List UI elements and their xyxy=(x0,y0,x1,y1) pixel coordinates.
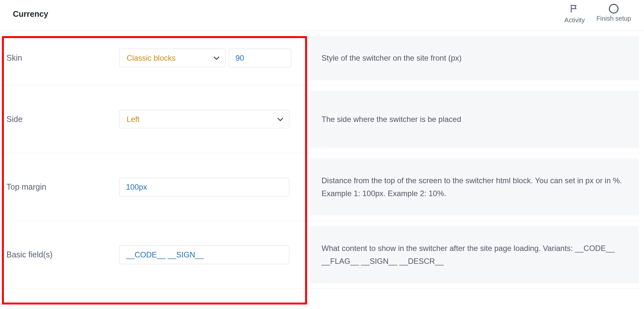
basic-fields-label: Basic field(s) xyxy=(6,250,119,259)
row-left: Top margin xyxy=(3,153,310,221)
top-margin-label: Top margin xyxy=(6,182,119,192)
side-controls: Left xyxy=(119,110,307,128)
page-title: Currency xyxy=(13,9,48,19)
header-actions: Activity Finish setup xyxy=(564,4,631,24)
basic-fields-input[interactable] xyxy=(119,245,289,264)
page-header: Currency Activity Finish setup xyxy=(0,0,644,31)
basic-fields-description: What content to show in the switcher aft… xyxy=(310,226,639,283)
settings-row-basic-fields: Basic field(s) What content to show in t… xyxy=(3,221,641,289)
settings-row-top-margin: Top margin Distance from the top of the … xyxy=(3,153,641,221)
finish-setup-button[interactable]: Finish setup xyxy=(596,4,631,22)
activity-button[interactable]: Activity xyxy=(564,4,585,24)
top-margin-controls xyxy=(119,178,307,196)
settings-content: Skin Classic blocks Style of the switche… xyxy=(0,31,644,289)
skin-description: Style of the switcher on the site front … xyxy=(310,36,639,80)
settings-row-skin: Skin Classic blocks Style of the switche… xyxy=(3,31,641,85)
finish-setup-label: Finish setup xyxy=(596,15,631,22)
circle-icon xyxy=(609,4,619,14)
top-margin-input[interactable] xyxy=(119,178,289,196)
skin-px-input[interactable] xyxy=(229,49,291,67)
skin-select-wrap: Classic blocks xyxy=(119,49,226,67)
activity-label: Activity xyxy=(564,16,585,24)
row-left: Basic field(s) xyxy=(3,221,310,288)
row-left: Skin Classic blocks xyxy=(3,31,310,85)
settings-row-side: Side Left The side where the switcher is… xyxy=(3,85,641,153)
side-select[interactable]: Left xyxy=(119,110,289,128)
flag-icon xyxy=(570,4,579,15)
side-description: The side where the switcher is be placed xyxy=(310,91,639,148)
skin-controls: Classic blocks xyxy=(119,49,307,67)
skin-select[interactable]: Classic blocks xyxy=(119,49,226,67)
skin-label: Skin xyxy=(6,53,119,63)
basic-fields-controls xyxy=(119,245,307,264)
side-label: Side xyxy=(6,115,119,124)
row-left: Side Left xyxy=(3,85,310,153)
side-select-wrap: Left xyxy=(119,110,289,128)
top-margin-description: Distance from the top of the screen to t… xyxy=(310,158,639,215)
